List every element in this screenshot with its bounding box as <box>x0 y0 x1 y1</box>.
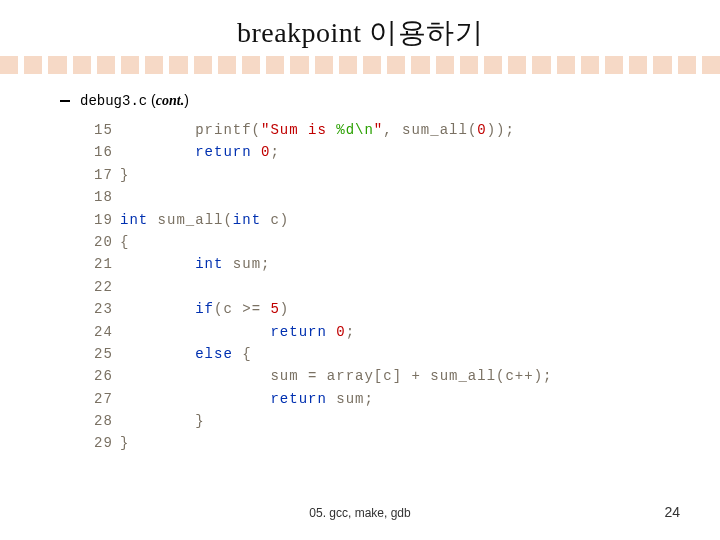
line-number: 17 <box>94 164 120 186</box>
line-text: sum = array[c] + sum_all(c++); <box>120 365 552 387</box>
cont-note: cont. <box>156 93 184 108</box>
line-text: } <box>120 164 129 186</box>
code-line: 23 if(c >= 5) <box>94 298 660 320</box>
footer-text: 05. gcc, make, gdb <box>0 506 720 520</box>
line-number: 21 <box>94 253 120 275</box>
slide: breakpoint 이용하기 debug3.c (cont.) 15 prin… <box>0 0 720 540</box>
line-text: else { <box>120 343 252 365</box>
line-number: 25 <box>94 343 120 365</box>
content-area: debug3.c (cont.) 15 printf("Sum is %d\n"… <box>60 92 660 455</box>
line-number: 24 <box>94 321 120 343</box>
code-line: 15 printf("Sum is %d\n", sum_all(0)); <box>94 119 660 141</box>
line-number: 26 <box>94 365 120 387</box>
code-line: 20{ <box>94 231 660 253</box>
line-text: return sum; <box>120 388 374 410</box>
line-text: { <box>120 231 129 253</box>
filename: debug3.c <box>80 93 147 109</box>
line-number: 16 <box>94 141 120 163</box>
line-text: } <box>120 410 205 432</box>
code-line: 26 sum = array[c] + sum_all(c++); <box>94 365 660 387</box>
line-number: 27 <box>94 388 120 410</box>
line-text: return 0; <box>120 321 355 343</box>
line-number: 29 <box>94 432 120 454</box>
line-text: int sum; <box>120 253 270 275</box>
code-line: 16 return 0; <box>94 141 660 163</box>
dash-icon <box>60 100 70 102</box>
line-text: if(c >= 5) <box>120 298 289 320</box>
line-number: 18 <box>94 186 120 208</box>
code-line: 17} <box>94 164 660 186</box>
line-number: 19 <box>94 209 120 231</box>
code-line: 21 int sum; <box>94 253 660 275</box>
code-block: 15 printf("Sum is %d\n", sum_all(0));16 … <box>94 119 660 455</box>
code-line: 24 return 0; <box>94 321 660 343</box>
line-text: int sum_all(int c) <box>120 209 289 231</box>
bullet-line: debug3.c (cont.) <box>60 92 660 109</box>
code-line: 29} <box>94 432 660 454</box>
code-line: 25 else { <box>94 343 660 365</box>
line-number: 23 <box>94 298 120 320</box>
line-text: return 0; <box>120 141 280 163</box>
accent-band <box>0 56 720 74</box>
code-line: 19int sum_all(int c) <box>94 209 660 231</box>
code-line: 28 } <box>94 410 660 432</box>
line-number: 28 <box>94 410 120 432</box>
line-text: printf("Sum is %d\n", sum_all(0)); <box>120 119 515 141</box>
slide-title: breakpoint 이용하기 <box>0 14 720 52</box>
code-line: 18 <box>94 186 660 208</box>
line-number: 20 <box>94 231 120 253</box>
line-number: 22 <box>94 276 120 298</box>
line-number: 15 <box>94 119 120 141</box>
code-line: 22 <box>94 276 660 298</box>
line-text: } <box>120 432 129 454</box>
code-line: 27 return sum; <box>94 388 660 410</box>
paren-close: ) <box>184 92 189 108</box>
page-number: 24 <box>664 504 680 520</box>
